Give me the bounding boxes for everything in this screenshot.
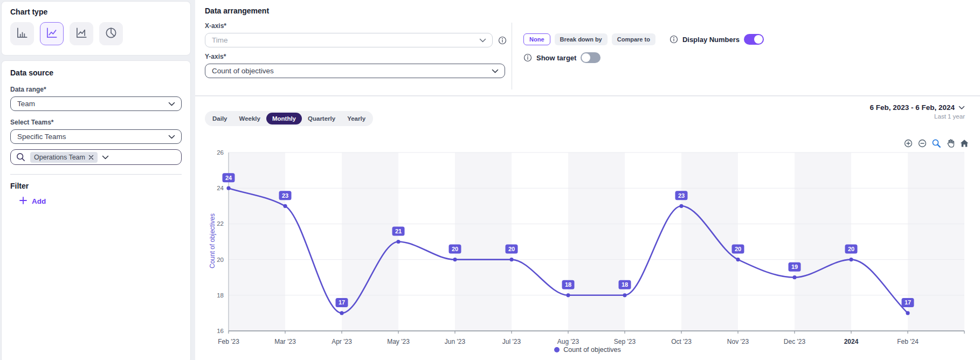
chevron-down-icon: [958, 103, 965, 112]
x-axis-value: Time: [212, 36, 228, 44]
svg-text:20: 20: [735, 246, 741, 252]
svg-text:2024: 2024: [844, 338, 859, 345]
svg-text:23: 23: [282, 192, 288, 199]
svg-text:Dec '23: Dec '23: [784, 338, 806, 345]
svg-text:May '23: May '23: [387, 338, 410, 345]
select-teams-value: Specific Teams: [17, 133, 66, 141]
svg-text:Jul '23: Jul '23: [502, 338, 521, 345]
svg-text:Apr '23: Apr '23: [332, 338, 352, 345]
svg-text:18: 18: [622, 281, 628, 288]
chart-panel: DailyWeeklyMonthlyQuarterlyYearly 6 Feb,…: [195, 96, 980, 360]
chart-type-panel: Chart type: [1, 1, 191, 56]
show-target-toggle[interactable]: [581, 52, 601, 63]
compare-to-button[interactable]: Compare to: [612, 33, 655, 45]
date-range-picker[interactable]: 6 Feb, 2023 - 6 Feb, 2024 Last 1 year: [869, 103, 965, 120]
svg-text:22: 22: [217, 220, 224, 227]
svg-text:16: 16: [217, 328, 224, 334]
team-chip-label: Operations Team: [34, 154, 85, 161]
svg-text:18: 18: [217, 292, 224, 299]
chevron-down-icon: [168, 102, 175, 106]
add-filter-label: Add: [32, 197, 46, 205]
line-chart-icon: [45, 26, 59, 42]
date-range-sub: Last 1 year: [934, 113, 965, 120]
home-reset-icon[interactable]: [960, 139, 969, 148]
chart-legend[interactable]: Count of objectives: [195, 346, 980, 354]
pan-hand-icon[interactable]: [946, 139, 955, 148]
chip-close-icon[interactable]: [88, 155, 94, 160]
svg-text:20: 20: [848, 246, 854, 252]
chart-type-line-button[interactable]: [40, 22, 64, 45]
show-target-info-icon[interactable]: [523, 53, 532, 62]
svg-text:Oct '23: Oct '23: [671, 338, 692, 345]
x-axis-info-icon[interactable]: [498, 36, 507, 45]
data-source-title: Data source: [10, 68, 182, 77]
svg-text:Nov '23: Nov '23: [727, 338, 749, 345]
svg-text:Feb '23: Feb '23: [218, 338, 239, 345]
svg-text:23: 23: [678, 192, 685, 199]
chart-type-options: [10, 22, 182, 45]
legend-label: Count of objectives: [563, 346, 620, 354]
svg-text:19: 19: [791, 264, 798, 270]
chart-type-stepped-line-button[interactable]: [70, 22, 93, 45]
svg-text:Mar '23: Mar '23: [274, 338, 296, 345]
stepped-line-chart-icon: [74, 26, 88, 42]
x-axis-select[interactable]: Time: [205, 33, 493, 47]
svg-text:Aug '23: Aug '23: [557, 338, 579, 345]
data-range-select[interactable]: Team: [10, 96, 182, 111]
chevron-down-icon: [479, 38, 486, 43]
svg-text:Sep '23: Sep '23: [614, 338, 636, 345]
show-target-label: Show target: [536, 54, 576, 62]
data-range-value: Team: [17, 100, 35, 108]
period-tab-weekly[interactable]: Weekly: [233, 113, 266, 124]
svg-text:17: 17: [905, 299, 911, 306]
chart-type-pie-button[interactable]: [99, 22, 123, 45]
data-range-label: Data range*: [10, 86, 182, 93]
y-axis-value: Count of objectives: [212, 67, 274, 75]
y-axis-label: Y-axis*: [205, 53, 226, 60]
select-teams-select[interactable]: Specific Teams: [10, 129, 182, 144]
team-chip[interactable]: Operations Team: [30, 152, 98, 163]
filter-title: Filter: [10, 182, 182, 190]
box-zoom-icon[interactable]: [931, 139, 941, 148]
period-tab-yearly[interactable]: Yearly: [341, 113, 371, 124]
svg-text:20: 20: [217, 257, 224, 263]
svg-text:20: 20: [452, 246, 458, 252]
y-axis-select[interactable]: Count of objectives: [205, 64, 505, 78]
section-divider: [512, 23, 512, 89]
period-tab-daily[interactable]: Daily: [206, 113, 233, 124]
period-tab-monthly[interactable]: Monthly: [266, 113, 302, 124]
svg-text:18: 18: [565, 281, 571, 288]
filter-divider: [10, 174, 182, 175]
bar-chart-icon: [15, 26, 29, 42]
chevron-down-icon: [168, 135, 175, 139]
show-target-row: Show target: [523, 52, 601, 63]
zoom-out-icon[interactable]: [917, 139, 927, 148]
chevron-down-icon: [102, 155, 109, 160]
teams-search-multiselect[interactable]: Operations Team: [10, 149, 182, 165]
svg-text:24: 24: [225, 175, 232, 181]
line-chart-plot: 161820222426Feb '23Mar '23Apr '23May '23…: [206, 151, 971, 347]
toggle-knob: [754, 35, 763, 44]
period-tabs: DailyWeeklyMonthlyQuarterlyYearly: [205, 111, 373, 126]
display-numbers-toggle[interactable]: [744, 34, 764, 45]
svg-text:26: 26: [217, 149, 224, 156]
zoom-in-icon[interactable]: [903, 139, 913, 148]
x-axis-label: X-axis*: [205, 22, 226, 30]
select-teams-label: Select Teams*: [10, 119, 182, 126]
chart-type-title: Chart type: [10, 8, 182, 16]
add-filter-button[interactable]: Add: [19, 197, 182, 206]
chart-toolbar: [903, 139, 969, 148]
svg-text:21: 21: [395, 228, 402, 234]
break-down-by-button[interactable]: Break down by: [555, 33, 608, 45]
breakdown-none-button[interactable]: None: [523, 33, 550, 45]
pie-chart-icon: [104, 26, 118, 42]
toggle-knob: [582, 53, 590, 62]
display-numbers-info-icon[interactable]: [670, 35, 678, 44]
svg-text:17: 17: [339, 299, 345, 306]
legend-dot-icon: [554, 347, 560, 352]
date-range-label: 6 Feb, 2023 - 6 Feb, 2024: [869, 103, 955, 112]
chart-type-bar-button[interactable]: [10, 22, 34, 45]
period-tab-quarterly[interactable]: Quarterly: [302, 113, 341, 124]
svg-text:24: 24: [217, 185, 224, 191]
chevron-down-icon: [492, 69, 499, 73]
